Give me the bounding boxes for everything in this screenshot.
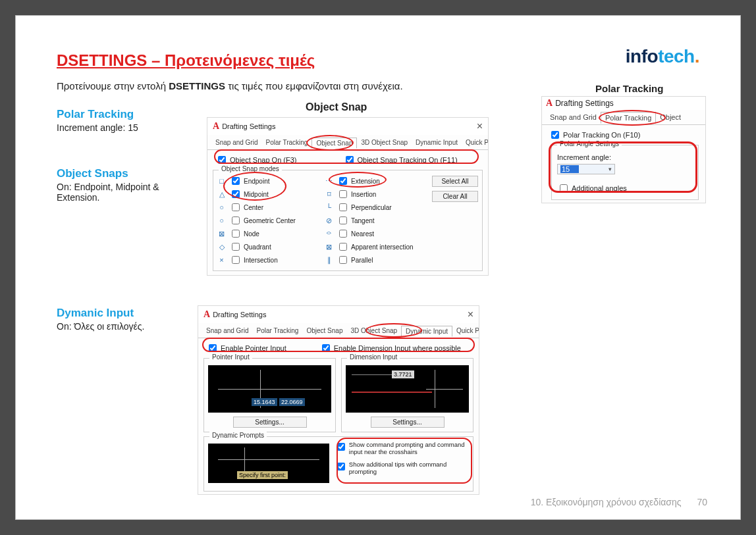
endpoint-icon: □	[217, 177, 226, 185]
increment-angle-dropdown[interactable]: 15 ▾	[557, 164, 615, 174]
chk-endpoint[interactable]: Endpoint	[229, 175, 269, 187]
close-icon[interactable]: ×	[477, 120, 483, 132]
chk-enable-dim-input[interactable]: Enable Dimension Input where possible	[319, 342, 461, 354]
intro-text-c: τις τιμές που εμφανίζονται στη συνέχεια.	[225, 80, 403, 91]
dim-value-tag: 3.7721	[392, 370, 414, 378]
tab-snap-and-grid[interactable]: Snap and Grid	[211, 138, 262, 147]
chk-quadrant[interactable]: Quadrant	[229, 241, 271, 253]
chk-polar-on[interactable]: Polar Tracking On (F10)	[549, 129, 640, 141]
lbl-node: Node	[244, 230, 259, 238]
chk-nearest[interactable]: Nearest	[337, 228, 374, 240]
section-polar-title: Polar Tracking	[57, 108, 188, 121]
chk-parallel[interactable]: Parallel	[337, 254, 373, 266]
page-title: DSETTINGS – Προτεινόμενες τιμές	[57, 51, 315, 70]
chk-osnap-on[interactable]: Object Snap On (F3)	[215, 154, 297, 166]
lbl-extension: Extension	[351, 178, 380, 185]
pointer-settings-button[interactable]: Settings...	[233, 417, 307, 428]
autocad-icon: A	[203, 309, 210, 320]
tab-snap-and-grid-dyn[interactable]: Snap and Grid	[202, 326, 253, 336]
lbl-tangent: Tangent	[351, 217, 375, 224]
intro-text: Προτείνουμε στην εντολή DSETTINGS τις τι…	[57, 80, 403, 91]
chk-tangent[interactable]: Tangent	[337, 215, 375, 226]
tab-3d-object-snap[interactable]: 3D Object Snap	[357, 138, 412, 147]
increment-angle-value: 15	[560, 165, 579, 173]
dyn-window-title: Drafting Settings	[213, 311, 266, 318]
chk-geometric-center[interactable]: Geometric Center	[229, 215, 296, 226]
coord1-tag: 15.1643	[252, 398, 277, 406]
chk-insertion[interactable]: Insertion	[337, 188, 376, 200]
close-icon[interactable]: ×	[468, 309, 473, 320]
center-icon: ○	[217, 203, 226, 211]
polar-group-legend: Polar Angle Settings	[557, 140, 622, 147]
section-dyn-body: On: Όλες οι επιλογές.	[57, 321, 188, 332]
tab-polar-tracking-dyn[interactable]: Polar Tracking	[253, 326, 303, 336]
chk-center[interactable]: Center	[229, 201, 263, 213]
chk-intersection[interactable]: Intersection	[229, 254, 278, 266]
increment-angle-label: Increment angle:	[557, 153, 693, 161]
chk-enable-pointer-input[interactable]: Enable Pointer Input	[206, 342, 286, 354]
chevron-down-icon: ▾	[608, 166, 612, 172]
chk-osnap-track-on[interactable]: Object Snap Tracking On (F11)	[343, 154, 458, 166]
tangent-icon: ⊘	[325, 217, 333, 225]
tab-polar-tracking[interactable]: Polar Tracking	[262, 138, 312, 147]
osnap-titlebar: A Drafting Settings ×	[207, 118, 488, 135]
slide-page: DSETTINGS – Προτεινόμενες τιμές Προτείνο…	[16, 16, 740, 519]
lbl-midpoint: Midpoint	[244, 191, 269, 198]
chk-perpendicular[interactable]: Perpendicular	[337, 201, 392, 213]
insertion-icon: ⌑	[325, 190, 333, 199]
logo-part1: info	[626, 46, 658, 66]
dim-settings-button[interactable]: Settings...	[371, 417, 445, 428]
coord2-tag: 22.0669	[279, 398, 305, 406]
perpendicular-icon: └	[325, 203, 333, 211]
osnap-tabs: Snap and Grid Polar Tracking Object Snap…	[207, 135, 488, 150]
lbl-intersection: Intersection	[244, 257, 278, 264]
grp-pointer-legend: Pointer Input	[209, 353, 252, 361]
intersection-icon: ×	[217, 256, 226, 264]
lbl-endpoint: Endpoint	[244, 178, 269, 185]
chk-show-prompting[interactable]: Show command prompting and command input…	[335, 441, 469, 455]
chk-additional-angles[interactable]: Additional angles	[557, 182, 627, 194]
lbl-geometric-center: Geometric Center	[244, 217, 296, 224]
section-polar: Polar Tracking Increment angle: 15	[57, 108, 188, 133]
lbl-center: Center	[244, 204, 263, 211]
dyn-dialog: A Drafting Settings × Snap and Grid Pola…	[198, 305, 479, 495]
slide-footer: 10. Εξοικονόμηση χρόνου σχεδίασης 70	[531, 497, 707, 507]
lbl-nearest: Nearest	[351, 230, 374, 238]
lbl-apparent: Apparent intersection	[351, 243, 414, 251]
footer-text: 10. Εξοικονόμηση χρόνου σχεδίασης	[531, 497, 682, 507]
section-osnaps: Object Snaps On: Endpoint, Midpoint & Ex…	[57, 167, 188, 203]
chk-extension[interactable]: Extension	[337, 175, 380, 187]
autocad-icon: A	[546, 98, 553, 109]
clear-all-button[interactable]: Clear All	[432, 191, 478, 202]
tab-object-snap[interactable]: Object Snap	[311, 138, 357, 149]
tab-dynamic-input[interactable]: Dynamic Input	[412, 138, 462, 147]
tab-dynamic-input-dyn[interactable]: Dynamic Input	[401, 326, 452, 337]
apparent-icon: ⊠	[325, 243, 333, 251]
lbl-perpendicular: Perpendicular	[351, 204, 392, 211]
quadrant-icon: ◇	[217, 243, 226, 251]
grp-dim-legend: Dimension Input	[347, 353, 400, 361]
lbl-additional-angles: Additional angles	[572, 184, 627, 192]
tab-quick-properties[interactable]: Quick Properti	[462, 138, 488, 147]
tab-polar-tracking-polar[interactable]: Polar Tracking	[601, 112, 656, 124]
tab-object-polar[interactable]: Object	[656, 112, 685, 122]
select-all-button[interactable]: Select All	[432, 176, 478, 187]
intro-text-b: DSETTINGS	[169, 80, 225, 91]
logo-part2: tech	[658, 46, 695, 66]
lbl-show-prompting: Show command prompting and command input…	[349, 441, 469, 455]
lbl-polar-on: Polar Tracking On (F10)	[563, 131, 640, 139]
chk-show-tips[interactable]: Show additional tips with command prompt…	[335, 461, 469, 475]
tab-quick-properties-dyn[interactable]: Quick Properti	[452, 326, 479, 336]
dim-preview: 3.7721	[346, 365, 469, 413]
chk-midpoint[interactable]: Midpoint	[229, 188, 269, 200]
chk-osnap-on-label: Object Snap On (F3)	[230, 156, 297, 164]
lbl-enable-dim: Enable Dimension Input where possible	[334, 344, 461, 352]
tab-snap-and-grid-polar[interactable]: Snap and Grid	[546, 112, 601, 122]
chk-node[interactable]: Node	[229, 228, 259, 240]
osnap-modes-legend: Object Snap modes	[219, 165, 282, 172]
polar-dialog: A Drafting Settings Snap and Grid Polar …	[541, 96, 706, 203]
tab-object-snap-dyn[interactable]: Object Snap	[302, 326, 346, 336]
tab-3d-object-snap-dyn[interactable]: 3D Object Snap	[346, 326, 401, 336]
chk-apparent[interactable]: Apparent intersection	[337, 241, 414, 253]
osnap-heading: Object Snap	[306, 101, 367, 113]
